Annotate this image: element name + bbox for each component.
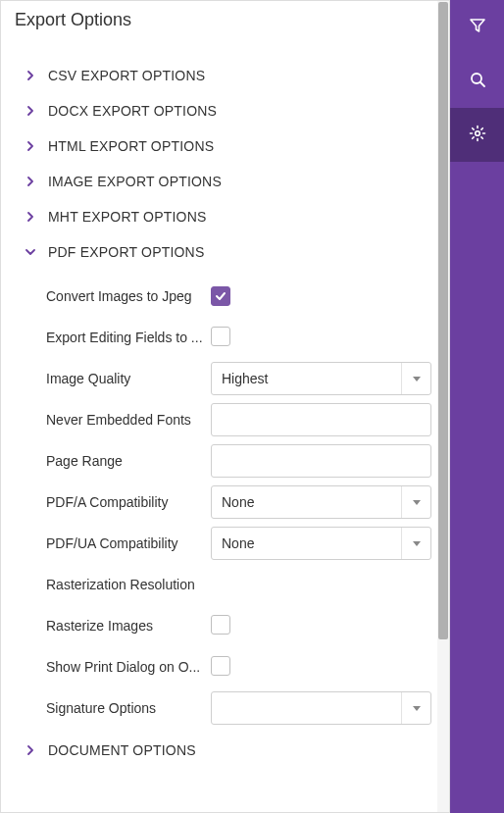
pdf-options: Convert Images to Jpeg Export Editing Fi… [1, 270, 449, 733]
pdfa-compatibility-select[interactable]: None [211, 485, 431, 519]
caret-down-icon [401, 363, 430, 394]
section-label: HTML Export Options [48, 138, 214, 154]
row-image-quality: Image Quality Highest [1, 358, 449, 399]
caret-down-icon [401, 528, 430, 559]
caret-down-icon [401, 692, 430, 724]
section-pdf-export[interactable]: PDF Export Options [1, 234, 449, 270]
chevron-right-icon [23, 138, 38, 154]
option-label: Show Print Dialog on O... [46, 659, 211, 675]
select-value: None [212, 486, 401, 518]
filter-button[interactable] [450, 0, 504, 54]
settings-button[interactable] [450, 108, 504, 162]
scrollbar-track[interactable] [437, 1, 449, 812]
caret-down-icon [401, 486, 430, 518]
svg-point-2 [475, 131, 479, 136]
search-icon [469, 71, 486, 91]
select-value [212, 692, 401, 724]
section-csv-export[interactable]: CSV Export Options [1, 58, 449, 93]
option-label: Signature Options [46, 700, 211, 716]
section-label: Document Options [48, 742, 196, 758]
scrollbar-thumb[interactable] [438, 2, 448, 639]
section-html-export[interactable]: HTML Export Options [1, 128, 449, 164]
export-editing-fields-checkbox[interactable] [211, 327, 230, 346]
chevron-right-icon [23, 174, 38, 189]
section-label: DOCX Export Options [48, 103, 217, 119]
select-value: Highest [212, 363, 401, 394]
gear-icon [469, 125, 486, 145]
option-label: Export Editing Fields to ... [46, 330, 211, 345]
chevron-right-icon [23, 68, 38, 83]
row-convert-images-to-jpeg: Convert Images to Jpeg [1, 276, 449, 317]
row-page-range: Page Range [1, 440, 449, 482]
never-embedded-fonts-input[interactable] [211, 403, 431, 436]
row-pdfua-compatibility: PDF/UA Compatibility None [1, 523, 449, 564]
option-label: PDF/UA Compatibility [46, 535, 211, 551]
right-sidebar [450, 0, 504, 813]
chevron-right-icon [23, 742, 38, 758]
row-never-embedded-fonts: Never Embedded Fonts [1, 399, 449, 440]
section-label: MHT Export Options [48, 209, 207, 225]
convert-images-to-jpeg-checkbox[interactable] [211, 286, 230, 306]
panel-content: CSV Export Options DOCX Export Options H… [1, 38, 449, 768]
option-label: Never Embedded Fonts [46, 412, 211, 428]
section-document-options[interactable]: Document Options [1, 733, 449, 768]
section-label: PDF Export Options [48, 244, 204, 260]
export-options-panel: Export Options CSV Export Options DOCX E… [0, 0, 450, 813]
section-label: CSV Export Options [48, 68, 205, 83]
row-signature-options: Signature Options [1, 687, 449, 729]
chevron-right-icon [23, 209, 38, 225]
svg-line-1 [480, 82, 484, 86]
panel-title: Export Options [1, 1, 449, 38]
option-label: Convert Images to Jpeg [46, 288, 211, 304]
section-mht-export[interactable]: MHT Export Options [1, 199, 449, 234]
row-show-print-dialog: Show Print Dialog on O... [1, 646, 449, 687]
row-pdfa-compatibility: PDF/A Compatibility None [1, 482, 449, 523]
option-label: Page Range [46, 453, 211, 469]
chevron-right-icon [23, 103, 38, 119]
section-label: Image Export Options [48, 174, 222, 189]
filter-icon [469, 17, 486, 37]
pdfua-compatibility-select[interactable]: None [211, 527, 431, 560]
row-export-editing-fields: Export Editing Fields to ... [1, 317, 449, 358]
image-quality-select[interactable]: Highest [211, 362, 431, 395]
option-label: Rasterization Resolution [46, 577, 211, 592]
show-print-dialog-checkbox[interactable] [211, 656, 230, 676]
row-rasterize-images: Rasterize Images [1, 605, 449, 646]
signature-options-select[interactable] [211, 691, 431, 725]
section-docx-export[interactable]: DOCX Export Options [1, 93, 449, 128]
page-range-input[interactable] [211, 444, 431, 478]
section-image-export[interactable]: Image Export Options [1, 164, 449, 199]
option-label: Rasterize Images [46, 618, 211, 634]
search-button[interactable] [450, 54, 504, 108]
option-label: Image Quality [46, 371, 211, 386]
chevron-down-icon [23, 244, 38, 260]
rasterize-images-checkbox[interactable] [211, 615, 230, 635]
row-rasterization-resolution: Rasterization Resolution [1, 564, 449, 605]
select-value: None [212, 528, 401, 559]
option-label: PDF/A Compatibility [46, 494, 211, 510]
